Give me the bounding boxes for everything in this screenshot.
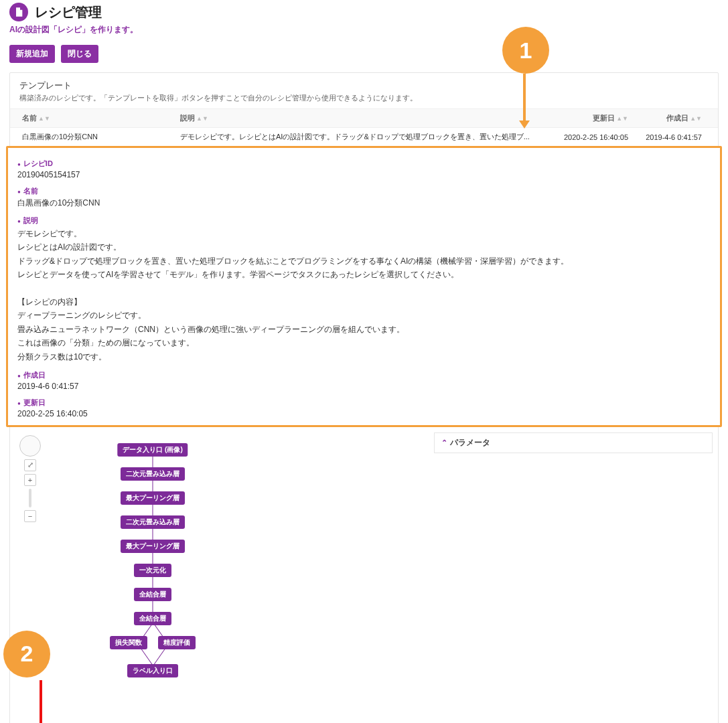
close-button[interactable]: 閉じる — [61, 45, 98, 63]
node-acc[interactable]: 精度評価 — [158, 636, 196, 649]
annotation-badge-2-text: 2 — [21, 641, 33, 667]
sort-icon[interactable]: ▲▼ — [616, 116, 628, 120]
node-pool1[interactable]: 最大プーリング層 — [121, 491, 185, 505]
node-flatten[interactable]: 一次元化 — [134, 564, 171, 577]
zoom-out-button[interactable]: − — [24, 510, 36, 522]
page-title: レシピ管理 — [35, 3, 102, 21]
detail-id: 20190405154157 — [17, 170, 711, 179]
row-desc: デモレシピです。レシピとはAIの設計図です。ドラッグ&ドロップで処理ブロックを置… — [180, 132, 548, 142]
table-header: 名前▲▼ 説明▲▼ 更新日▲▼ 作成日▲▼ — [10, 108, 718, 127]
node-dense1[interactable]: 全結合層 — [134, 588, 171, 601]
sort-icon[interactable]: ▲▼ — [196, 116, 208, 120]
detail-label-created: 作成日 — [17, 370, 711, 380]
parameter-panel-title: パラメータ — [450, 438, 490, 447]
col-desc[interactable]: 説明 — [180, 114, 195, 122]
row-name: 白黒画像の10分類CNN — [19, 132, 180, 142]
sort-icon[interactable]: ▲▼ — [690, 116, 702, 120]
node-pool2[interactable]: 最大プーリング層 — [121, 540, 185, 553]
detail-updated: 2020-2-25 16:40:05 — [17, 409, 711, 418]
compass-icon[interactable] — [19, 435, 41, 457]
detail-label-updated: 更新日 — [17, 398, 711, 408]
zoom-slider[interactable] — [29, 489, 31, 507]
annotation-badge-1: 1 — [502, 27, 549, 74]
template-panel-desc: 構築済みのレシピです。「テンプレートを取得」ボタンを押すことで自分のレシピ管理か… — [19, 93, 709, 103]
recipe-icon — [9, 3, 28, 21]
table-row[interactable]: 白黒画像の10分類CNN デモレシピです。レシピとはAIの設計図です。ドラッグ&… — [10, 127, 718, 146]
annotation-badge-1-text: 1 — [520, 37, 532, 64]
add-button[interactable]: 新規追加 — [9, 45, 55, 63]
node-loss[interactable]: 損失関数 — [110, 636, 147, 649]
page-subtitle: AIの設計図「レシピ」を作ります。 — [9, 24, 719, 35]
graph-canvas[interactable]: ⤢ + − データ入り口 (画像) 二次元畳み込み層 最大プーリング層 二次元畳… — [15, 432, 427, 723]
fullscreen-button[interactable]: ⤢ — [24, 459, 36, 471]
chevron-up-icon: ⌃ — [441, 438, 447, 447]
detail-highlight: レシピID 20190405154157 名前 白黒画像の10分類CNN 説明 … — [6, 146, 722, 427]
col-updated[interactable]: 更新日 — [593, 114, 615, 122]
col-name[interactable]: 名前 — [22, 114, 37, 122]
detail-label-desc: 説明 — [17, 216, 711, 226]
template-panel-title: テンプレート — [19, 80, 709, 92]
node-conv1[interactable]: 二次元畳み込み層 — [121, 467, 185, 481]
parameter-panel-header[interactable]: ⌃パラメータ — [434, 432, 713, 453]
node-label[interactable]: ラベル入り口 — [127, 664, 178, 677]
annotation-badge-2: 2 — [3, 631, 50, 677]
zoom-in-button[interactable]: + — [24, 474, 36, 486]
node-input[interactable]: データ入り口 (画像) — [117, 443, 188, 457]
row-updated: 2020-2-25 16:40:05 — [548, 133, 628, 141]
detail-desc: デモレシピです。 レシピとはAIの設計図です。 ドラッグ&ドロップで処理ブロック… — [17, 227, 711, 364]
detail-name: 白黒画像の10分類CNN — [17, 197, 711, 209]
graph-area: ⤢ + − データ入り口 (画像) 二次元畳み込み層 最大プーリング層 二次元畳… — [10, 427, 718, 723]
col-created[interactable]: 作成日 — [666, 114, 688, 122]
detail-label-id: レシピID — [17, 159, 711, 169]
sort-icon[interactable]: ▲▼ — [38, 116, 50, 120]
detail-label-name: 名前 — [17, 186, 711, 196]
row-created: 2019-4-6 0:41:57 — [628, 133, 709, 141]
node-conv2[interactable]: 二次元畳み込み層 — [121, 515, 185, 529]
detail-created: 2019-4-6 0:41:57 — [17, 382, 711, 391]
